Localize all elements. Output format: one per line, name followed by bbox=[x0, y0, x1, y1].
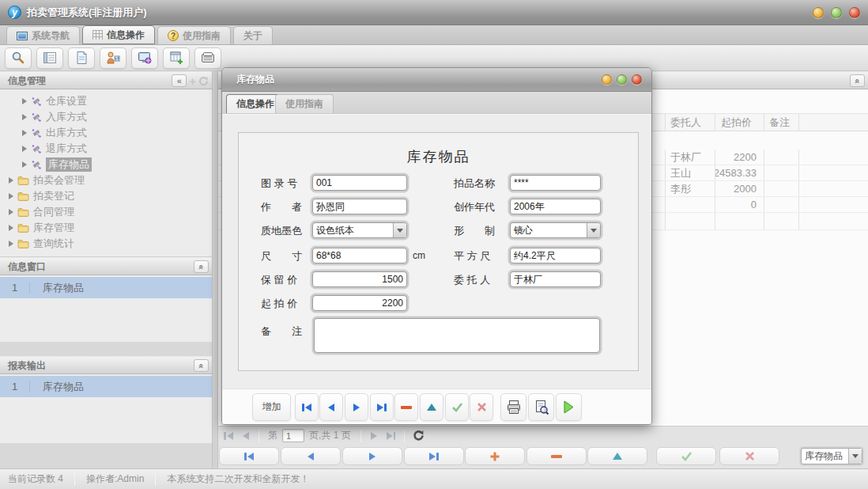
tree-item-query-stats[interactable]: 查询统计 bbox=[0, 236, 212, 252]
tree-item-label: 仓库设置 bbox=[46, 94, 87, 108]
tree-item-contract-mgmt[interactable]: 合同管理 bbox=[0, 204, 212, 220]
report-output-list-item[interactable]: 1 库存物品 bbox=[0, 376, 212, 397]
record-confirm-button[interactable] bbox=[656, 447, 716, 465]
input-square-feet[interactable] bbox=[510, 248, 601, 263]
pager-refresh-button[interactable] bbox=[410, 428, 428, 444]
expand-arrow-icon[interactable] bbox=[9, 241, 13, 247]
expand-arrow-icon[interactable] bbox=[22, 114, 27, 120]
collapse-main-panel-button[interactable]: « bbox=[850, 74, 865, 87]
prev-record-button[interactable] bbox=[319, 393, 343, 421]
add-record-button[interactable]: 增加 bbox=[252, 393, 291, 421]
pager-next-button[interactable] bbox=[365, 428, 383, 444]
dialog-titlebar[interactable]: 库存物品 bbox=[222, 68, 651, 92]
expand-arrow-icon[interactable] bbox=[22, 146, 27, 152]
close-button[interactable] bbox=[849, 7, 860, 18]
record-last-button[interactable] bbox=[404, 447, 464, 465]
pager-first-button[interactable] bbox=[220, 428, 237, 444]
tab-label: 关于 bbox=[243, 29, 262, 43]
collapse-sidebar-button[interactable]: « bbox=[172, 74, 187, 87]
first-record-button[interactable] bbox=[295, 393, 319, 421]
list-view-button[interactable] bbox=[36, 47, 63, 69]
dialog-minimize-button[interactable] bbox=[602, 74, 612, 85]
run-button[interactable] bbox=[556, 393, 582, 421]
input-reserve-price[interactable] bbox=[312, 271, 407, 287]
sidebar-splitter[interactable] bbox=[212, 71, 218, 468]
tree-item-auction-register[interactable]: 拍卖登记 bbox=[0, 188, 212, 204]
tab-about[interactable]: 关于 bbox=[233, 26, 273, 44]
combo-format[interactable]: 镜心 bbox=[510, 222, 601, 238]
next-record-button[interactable] bbox=[345, 393, 368, 421]
tree-item-return-method[interactable]: 退库方式 bbox=[0, 141, 212, 157]
input-size[interactable] bbox=[312, 248, 407, 263]
cell-consignor: 李彤 bbox=[666, 181, 715, 196]
tree-item-outbound-method[interactable]: 出库方式 bbox=[0, 125, 212, 141]
edit-record-button[interactable] bbox=[420, 393, 443, 421]
record-edit-button[interactable] bbox=[587, 447, 647, 465]
dialog-tab-user-guide[interactable]: 使用指南 bbox=[275, 94, 334, 113]
combo-material[interactable]: 设色纸本 bbox=[312, 222, 407, 238]
pager-page-input[interactable] bbox=[282, 429, 304, 442]
input-start-price[interactable] bbox=[312, 295, 407, 311]
expand-arrow-icon[interactable] bbox=[22, 130, 27, 136]
collapse-panel-button[interactable]: « bbox=[194, 359, 209, 372]
print-button[interactable] bbox=[500, 393, 526, 421]
delete-record-button[interactable] bbox=[394, 393, 418, 421]
last-record-button[interactable] bbox=[370, 393, 394, 421]
expand-arrow-icon[interactable] bbox=[22, 98, 27, 104]
search-button[interactable] bbox=[5, 47, 32, 69]
tree-item-inventory-goods[interactable]: 库存物品 bbox=[0, 157, 212, 172]
input-item-name[interactable] bbox=[510, 175, 601, 191]
record-next-button[interactable] bbox=[342, 447, 402, 465]
input-creation-year[interactable] bbox=[510, 199, 601, 214]
record-prev-button[interactable] bbox=[281, 447, 341, 465]
grid-header-start-price[interactable]: 起拍价 bbox=[715, 114, 764, 131]
pager-last-button[interactable] bbox=[383, 428, 400, 444]
grid-header-consignor[interactable]: 委托人 bbox=[666, 114, 715, 131]
archive-button[interactable] bbox=[194, 47, 221, 69]
input-remarks[interactable] bbox=[314, 318, 600, 353]
dropdown-button[interactable] bbox=[393, 223, 406, 237]
tree-item-inbound-method[interactable]: 入库方式 bbox=[0, 109, 212, 125]
tree-item-auction-mgmt[interactable]: 拍卖会管理 bbox=[0, 172, 212, 188]
expand-arrow-icon[interactable] bbox=[9, 209, 13, 215]
info-window-list-item[interactable]: 1 库存物品 bbox=[0, 277, 212, 298]
maximize-button[interactable] bbox=[831, 7, 842, 18]
expand-arrow-icon[interactable] bbox=[9, 177, 13, 184]
tree-item-warehouse-setup[interactable]: 仓库设置 bbox=[0, 93, 212, 109]
record-cancel-button[interactable] bbox=[719, 447, 779, 465]
tab-system-nav[interactable]: 系统导航 bbox=[6, 26, 80, 44]
expand-arrow-icon[interactable] bbox=[9, 225, 13, 231]
record-first-button[interactable] bbox=[219, 447, 279, 465]
dropdown-button[interactable] bbox=[587, 223, 600, 237]
cancel-button[interactable] bbox=[470, 393, 493, 421]
user-report-button[interactable] bbox=[100, 47, 126, 69]
collapse-panel-button[interactable]: « bbox=[194, 260, 209, 273]
tab-info-operate[interactable]: 信息操作 bbox=[82, 25, 155, 44]
tab-user-guide[interactable]: ? 使用指南 bbox=[157, 26, 231, 44]
input-author[interactable] bbox=[312, 199, 407, 214]
monitor-button[interactable] bbox=[131, 47, 158, 69]
input-consignor[interactable] bbox=[510, 271, 601, 287]
status-message: 本系统支持二次开发和全新开发！ bbox=[156, 472, 320, 486]
table-selector-dropdown[interactable]: 库存物品 bbox=[801, 448, 862, 464]
minimize-button[interactable] bbox=[813, 7, 824, 18]
dialog-close-button[interactable] bbox=[632, 74, 642, 85]
tree-item-inventory-mgmt[interactable]: 库存管理 bbox=[0, 220, 212, 236]
record-delete-button[interactable] bbox=[526, 447, 587, 465]
print-preview-button[interactable] bbox=[528, 393, 554, 421]
document-button[interactable] bbox=[68, 47, 95, 69]
expand-arrow-icon[interactable] bbox=[9, 193, 13, 199]
nav-tree: 仓库设置 入库方式 出库方式 退库方式 库存物品 bbox=[0, 89, 212, 257]
confirm-button[interactable] bbox=[445, 393, 469, 421]
dropdown-button[interactable] bbox=[848, 449, 862, 464]
pager-prev-button[interactable] bbox=[237, 428, 255, 444]
dialog-maximize-button[interactable] bbox=[617, 74, 627, 85]
table-add-button[interactable] bbox=[163, 47, 190, 69]
grid-header-remark[interactable]: 备注 bbox=[764, 114, 799, 131]
expand-arrow-icon[interactable] bbox=[22, 161, 27, 168]
list-icon bbox=[42, 50, 58, 66]
input-catalog-no[interactable] bbox=[312, 175, 407, 191]
record-add-button[interactable] bbox=[465, 447, 525, 465]
tree-item-label: 库存管理 bbox=[33, 221, 74, 235]
tool-icon bbox=[31, 96, 42, 107]
